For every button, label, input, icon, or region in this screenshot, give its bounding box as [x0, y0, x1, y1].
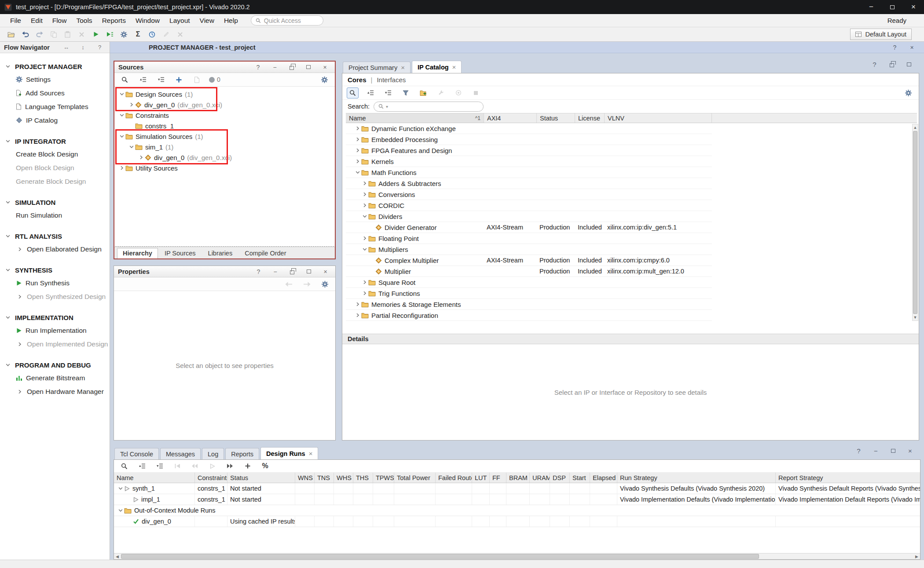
column-header-tpws[interactable]: TPWS [373, 473, 394, 483]
flow-item-create-block-design[interactable]: Create Block Design [0, 147, 110, 161]
source-tree-row-div-gen-0[interactable]: div_gen_0(div_gen_0.xci) [114, 152, 335, 163]
tab-libraries[interactable]: Libraries [202, 248, 238, 259]
column-header-report-strategy[interactable]: Report Strategy [776, 473, 920, 483]
dock-button[interactable]: ↔ [60, 42, 72, 53]
quick-access-search[interactable]: Quick Access [251, 15, 323, 25]
tab-design-runs[interactable]: Design Runs× [260, 447, 318, 459]
collapse-all-button[interactable] [137, 74, 149, 85]
source-tree-row-constraints[interactable]: Constraints [114, 110, 335, 120]
source-tree-row-utility-sources[interactable]: Utility Sources [114, 163, 335, 173]
close-button[interactable]: × [906, 42, 918, 53]
step-forward-button[interactable] [224, 461, 236, 472]
expand-open-icon[interactable] [4, 315, 11, 320]
flow-section-header-ip-integrator[interactable]: IP INTEGRATOR [0, 135, 110, 147]
expand-closed-icon[interactable] [16, 342, 23, 346]
column-header-start[interactable]: Start [570, 473, 590, 483]
menu-file[interactable]: File [5, 15, 26, 26]
flow-section-header-synthesis[interactable]: SYNTHESIS [0, 264, 110, 276]
help-button[interactable]: ? [253, 266, 264, 277]
close-icon[interactable]: × [401, 64, 405, 71]
ip-catalog-row-multipliers[interactable]: Multipliers [346, 244, 712, 255]
column-header-uram[interactable]: URAM [530, 473, 550, 483]
search-button[interactable] [119, 74, 131, 85]
expand-open-icon[interactable] [4, 234, 11, 238]
timing-button[interactable] [146, 29, 158, 40]
close-button[interactable]: × [319, 266, 331, 277]
expand-open-icon[interactable] [4, 200, 11, 204]
ip-catalog-row-math-functions[interactable]: Math Functions [346, 167, 712, 178]
column-header-wns[interactable]: WNS [295, 473, 315, 483]
maximize-button[interactable] [903, 59, 915, 70]
expand-all-button[interactable] [154, 461, 165, 472]
column-header-name[interactable]: Name^1 [346, 113, 484, 123]
tab-ip-sources[interactable]: IP Sources [159, 248, 202, 259]
column-header-status[interactable]: Status [537, 113, 575, 123]
maximize-button[interactable] [887, 445, 899, 456]
close-icon[interactable]: × [452, 63, 456, 71]
create-run-button[interactable] [242, 461, 253, 472]
minimize-button[interactable]: − [269, 62, 281, 73]
scroll-down-icon[interactable]: ▼ [913, 314, 918, 320]
add-repository-button[interactable] [417, 87, 429, 98]
expand-open-icon[interactable] [361, 247, 368, 251]
source-tree-row-constrs-1[interactable]: constrs_1 [114, 120, 335, 131]
column-header-failed-routes[interactable]: Failed Routes [436, 473, 472, 483]
ip-catalog-row-adders-subtracters[interactable]: Adders & Subtracters [346, 178, 712, 189]
flow-section-header-program-and-debug[interactable]: PROGRAM AND DEBUG [0, 359, 110, 371]
expand-open-icon[interactable] [117, 508, 124, 513]
help-button[interactable]: ? [889, 42, 901, 53]
expand-open-icon[interactable] [4, 268, 11, 272]
flow-item-ip-catalog[interactable]: IP Catalog [0, 113, 110, 127]
column-header-bram[interactable]: BRAM [506, 473, 530, 483]
expand-closed-icon[interactable] [361, 236, 368, 240]
tab-ip-catalog[interactable]: IP Catalog× [412, 61, 462, 73]
expand-closed-icon[interactable] [354, 148, 361, 153]
float-button[interactable] [886, 59, 898, 70]
expand-closed-icon[interactable] [361, 291, 368, 295]
undo-button[interactable] [19, 29, 31, 40]
column-header-ths[interactable]: THS [353, 473, 373, 483]
tab-tcl-console[interactable]: Tcl Console [114, 448, 159, 459]
float-button[interactable] [286, 266, 298, 277]
flow-item-open-elaborated-design[interactable]: Open Elaborated Design [0, 242, 110, 256]
column-header-dsp[interactable]: DSP [550, 473, 570, 483]
run-button[interactable] [90, 29, 102, 40]
ip-catalog-row-floating-point[interactable]: Floating Point [346, 233, 712, 244]
expand-closed-icon[interactable] [137, 155, 145, 160]
design-run-row-out-of-context-module-runs[interactable]: Out-of-Context Module Runs [114, 505, 920, 516]
menu-flow[interactable]: Flow [48, 15, 72, 26]
ip-catalog-row-conversions[interactable]: Conversions [346, 189, 712, 200]
close-button[interactable]: × [319, 62, 331, 73]
expand-closed-icon[interactable] [361, 203, 368, 208]
help-button[interactable]: ? [252, 62, 264, 73]
run-all-button[interactable] [104, 29, 116, 40]
expand-open-icon[interactable] [118, 92, 125, 96]
minimize-button[interactable]: − [269, 266, 281, 277]
expand-open-icon[interactable] [4, 64, 11, 69]
column-header-status[interactable]: Status [227, 473, 295, 483]
add-sources-button[interactable] [173, 74, 185, 85]
column-header-lut[interactable]: LUT [472, 473, 490, 483]
help-button[interactable]: ? [853, 445, 865, 456]
column-header-run-strategy[interactable]: Run Strategy [617, 473, 776, 483]
column-header-tns[interactable]: TNS [315, 473, 334, 483]
expand-open-icon[interactable] [4, 139, 11, 143]
flow-item-run-synthesis[interactable]: Run Synthesis [0, 276, 110, 290]
sum-reports-button[interactable]: Σ [132, 29, 144, 40]
source-tree-row-simulation-sources[interactable]: Simulation Sources(1) [114, 131, 335, 142]
expand-closed-icon[interactable] [354, 126, 361, 131]
runs-percent-button[interactable]: % [259, 461, 271, 472]
sources-settings-button[interactable] [319, 74, 330, 85]
help-button[interactable]: ? [94, 42, 106, 53]
flow-section-header-project-manager[interactable]: PROJECT MANAGER [0, 60, 110, 73]
flow-item-run-implementation[interactable]: Run Implementation [0, 324, 110, 337]
expand-closed-icon[interactable] [16, 247, 23, 251]
source-tree-row-sim-1[interactable]: sim_1(1) [114, 142, 335, 152]
expand-closed-icon[interactable] [354, 159, 361, 164]
ip-catalog-row-complex-multiplier[interactable]: Complex MultiplierAXI4-StreamProductionI… [346, 255, 712, 266]
maximize-button[interactable] [882, 0, 903, 14]
ip-catalog-row-multiplier[interactable]: MultiplierProductionIncludedxilinx.com:i… [346, 266, 712, 277]
settings-button[interactable] [319, 279, 331, 290]
scroll-up-icon[interactable]: ▲ [913, 124, 918, 131]
expand-closed-icon[interactable] [361, 181, 368, 186]
